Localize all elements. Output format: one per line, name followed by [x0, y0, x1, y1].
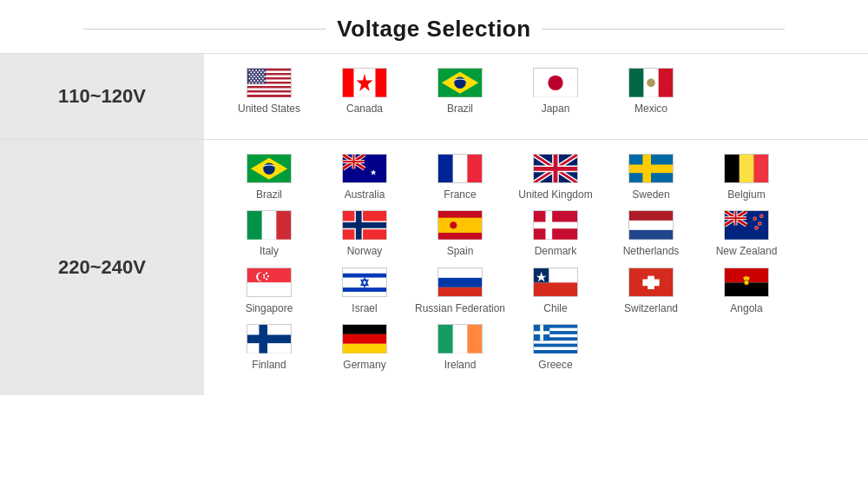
svg-point-130 [266, 278, 267, 280]
flags-cell-0: United States Canada Brazil Japan Mexico [204, 54, 868, 140]
svg-point-122 [760, 215, 763, 218]
country-name-au: Australia [345, 188, 385, 202]
svg-rect-9 [247, 86, 291, 88]
svg-rect-51 [343, 69, 353, 97]
flag-icon-gr [533, 324, 578, 353]
svg-point-132 [263, 274, 265, 275]
svg-rect-109 [629, 211, 673, 221]
svg-point-42 [257, 80, 259, 82]
flag-item-au: Australia [317, 154, 412, 202]
flag-icon-nl [628, 210, 674, 240]
svg-point-48 [259, 82, 260, 83]
country-name-be: Belgium [727, 188, 765, 202]
svg-rect-100 [343, 222, 386, 228]
svg-point-40 [250, 80, 252, 82]
svg-rect-135 [343, 287, 386, 292]
svg-point-47 [255, 82, 257, 83]
svg-rect-103 [438, 218, 482, 233]
svg-point-20 [250, 71, 252, 73]
svg-rect-60 [629, 69, 643, 97]
voltage-row-1: 220~240V Brazil Australia France [0, 139, 868, 395]
svg-point-129 [267, 275, 269, 277]
svg-rect-133 [343, 268, 386, 297]
flag-icon-ie [437, 324, 483, 353]
flag-icon-fr [437, 154, 483, 183]
flag-icon-il [342, 268, 387, 297]
voltage-label-1: 220~240V [0, 139, 204, 395]
country-name-jp: Japan [542, 102, 570, 116]
svg-point-27 [255, 74, 257, 76]
flag-icon-ca [342, 68, 387, 97]
page-wrapper: Voltage Selection 110~120V [0, 0, 868, 502]
country-name-ao: Angola [730, 302, 762, 316]
svg-point-49 [262, 82, 264, 83]
flag-icon-nz [724, 210, 769, 240]
svg-rect-154 [343, 325, 386, 334]
svg-rect-138 [438, 268, 482, 278]
country-name-ca: Canada [346, 102, 383, 116]
svg-rect-134 [343, 274, 386, 278]
svg-rect-172 [534, 332, 549, 335]
flag-item-ca: Canada [317, 68, 412, 116]
svg-point-32 [257, 76, 259, 77]
svg-rect-8 [247, 83, 291, 85]
flag-item-nz: New Zealand [699, 210, 794, 259]
svg-point-30 [250, 76, 252, 77]
flag-icon-be [724, 154, 769, 183]
svg-point-44 [264, 80, 266, 82]
title-line-left [83, 29, 326, 30]
country-name-it: Italy [260, 245, 279, 259]
country-name-ch: Switzerland [624, 302, 678, 316]
svg-rect-140 [438, 287, 482, 297]
title-line-right [542, 29, 785, 30]
country-name-cl: Chile [543, 302, 567, 316]
flag-item-dk: Denmark [508, 210, 603, 259]
flag-item-jp: Japan [508, 68, 603, 116]
flag-item-il: Israel [317, 268, 412, 316]
country-name-no: Norway [347, 245, 383, 259]
svg-rect-13 [247, 95, 291, 97]
svg-point-29 [262, 74, 264, 76]
flag-icon-de [342, 324, 387, 353]
svg-rect-96 [276, 211, 291, 240]
flag-icon-jp [533, 68, 578, 97]
svg-rect-124 [247, 268, 291, 282]
svg-point-15 [248, 69, 250, 71]
flag-item-br: Brazil [412, 68, 508, 116]
svg-rect-167 [534, 344, 577, 347]
flag-item-fr: France [412, 154, 508, 202]
country-name-de: Germany [343, 359, 385, 373]
svg-point-21 [253, 71, 255, 73]
svg-point-123 [755, 226, 759, 229]
country-name-es: Spain [447, 245, 474, 259]
country-name-fi: Finland [252, 359, 286, 373]
svg-point-24 [264, 71, 266, 73]
flag-icon-es [437, 210, 483, 240]
svg-rect-93 [753, 155, 768, 183]
flag-item-mx: Mexico [603, 68, 699, 116]
svg-point-34 [264, 76, 266, 77]
flag-icon-dk [533, 210, 578, 240]
flag-icon-ao [724, 268, 769, 297]
svg-rect-12 [247, 92, 291, 94]
svg-point-38 [259, 78, 260, 80]
flag-item-nl: Netherlands [603, 210, 699, 259]
svg-point-19 [262, 69, 264, 71]
flag-icon-au [342, 154, 387, 183]
country-name-gr: Greece [538, 359, 572, 373]
flag-item-us: United States [221, 68, 317, 116]
flag-icon-us [247, 68, 292, 97]
svg-rect-147 [642, 279, 659, 286]
country-name-us: United States [238, 102, 300, 116]
flag-item-ru: Russian Federation [412, 268, 508, 316]
svg-point-31 [253, 76, 255, 77]
svg-rect-156 [343, 344, 386, 353]
svg-rect-158 [438, 325, 453, 353]
flag-item-gb: United Kingdom [508, 154, 603, 202]
country-name-ie: Ireland [444, 359, 477, 373]
svg-rect-95 [247, 211, 262, 240]
svg-rect-169 [534, 350, 577, 353]
flag-item-ch: Switzerland [603, 268, 699, 316]
svg-point-16 [252, 69, 253, 71]
svg-point-131 [263, 276, 265, 278]
